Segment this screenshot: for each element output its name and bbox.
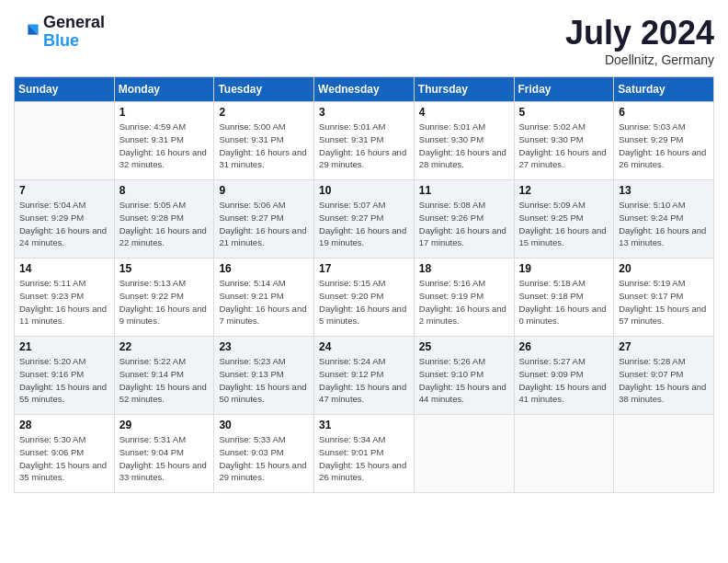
day-info: Sunrise: 5:28 AM Sunset: 9:07 PM Dayligh… — [619, 355, 709, 406]
day-info: Sunrise: 5:09 AM Sunset: 9:25 PM Dayligh… — [519, 199, 609, 249]
calendar-header-row: SundayMondayTuesdayWednesdayThursdayFrid… — [15, 77, 714, 102]
day-number: 9 — [219, 184, 309, 197]
weekday-header: Saturday — [614, 77, 714, 102]
day-info: Sunrise: 4:59 AM Sunset: 9:31 PM Dayligh… — [119, 121, 210, 171]
day-number: 13 — [619, 184, 709, 197]
day-info: Sunrise: 5:26 AM Sunset: 9:10 PM Dayligh… — [419, 355, 509, 406]
weekday-header: Thursday — [414, 77, 514, 102]
day-info: Sunrise: 5:34 AM Sunset: 9:01 PM Dayligh… — [319, 433, 409, 484]
calendar-cell: 28Sunrise: 5:30 AM Sunset: 9:06 PM Dayli… — [15, 415, 115, 493]
day-info: Sunrise: 5:15 AM Sunset: 9:20 PM Dayligh… — [319, 277, 409, 327]
calendar-cell: 17Sunrise: 5:15 AM Sunset: 9:20 PM Dayli… — [314, 259, 415, 337]
day-number: 4 — [419, 106, 509, 119]
day-number: 19 — [519, 262, 609, 275]
day-number: 23 — [219, 340, 309, 353]
day-info: Sunrise: 5:20 AM Sunset: 9:16 PM Dayligh… — [19, 355, 109, 406]
day-info: Sunrise: 5:02 AM Sunset: 9:30 PM Dayligh… — [519, 121, 609, 171]
calendar-cell: 7Sunrise: 5:04 AM Sunset: 9:29 PM Daylig… — [15, 180, 115, 259]
logo: General Blue — [14, 14, 105, 51]
day-number: 8 — [119, 184, 210, 197]
day-info: Sunrise: 5:07 AM Sunset: 9:27 PM Dayligh… — [319, 199, 409, 249]
calendar-cell: 11Sunrise: 5:08 AM Sunset: 9:26 PM Dayli… — [414, 180, 514, 259]
calendar-week-row: 21Sunrise: 5:20 AM Sunset: 9:16 PM Dayli… — [15, 337, 714, 415]
day-number: 31 — [319, 419, 409, 431]
calendar-cell: 14Sunrise: 5:11 AM Sunset: 9:23 PM Dayli… — [15, 259, 115, 337]
page-header: General Blue July 2024 Doellnitz, German… — [14, 14, 714, 67]
calendar-cell: 21Sunrise: 5:20 AM Sunset: 9:16 PM Dayli… — [15, 337, 115, 415]
day-info: Sunrise: 5:08 AM Sunset: 9:26 PM Dayligh… — [419, 199, 509, 249]
day-number: 26 — [519, 340, 609, 353]
weekday-header: Monday — [114, 77, 214, 102]
day-info: Sunrise: 5:30 AM Sunset: 9:06 PM Dayligh… — [19, 433, 109, 484]
day-info: Sunrise: 5:31 AM Sunset: 9:04 PM Dayligh… — [119, 433, 210, 484]
calendar-cell: 9Sunrise: 5:06 AM Sunset: 9:27 PM Daylig… — [214, 180, 314, 259]
day-info: Sunrise: 5:23 AM Sunset: 9:13 PM Dayligh… — [219, 355, 309, 406]
calendar-cell: 24Sunrise: 5:24 AM Sunset: 9:12 PM Dayli… — [314, 337, 415, 415]
logo-line1: General — [43, 14, 105, 32]
location-subtitle: Doellnitz, Germany — [565, 52, 714, 67]
calendar-cell: 25Sunrise: 5:26 AM Sunset: 9:10 PM Dayli… — [414, 337, 514, 415]
calendar-cell: 12Sunrise: 5:09 AM Sunset: 9:25 PM Dayli… — [514, 180, 614, 259]
day-number: 24 — [319, 340, 409, 353]
calendar-cell: 30Sunrise: 5:33 AM Sunset: 9:03 PM Dayli… — [214, 415, 314, 493]
calendar-cell — [414, 415, 514, 493]
day-number: 29 — [119, 419, 210, 431]
day-number: 10 — [319, 184, 409, 197]
calendar-cell: 23Sunrise: 5:23 AM Sunset: 9:13 PM Dayli… — [214, 337, 314, 415]
calendar-table: SundayMondayTuesdayWednesdayThursdayFrid… — [14, 76, 714, 493]
calendar-cell: 6Sunrise: 5:03 AM Sunset: 9:29 PM Daylig… — [614, 102, 714, 180]
calendar-cell: 5Sunrise: 5:02 AM Sunset: 9:30 PM Daylig… — [514, 102, 614, 180]
day-info: Sunrise: 5:19 AM Sunset: 9:17 PM Dayligh… — [619, 277, 709, 327]
day-number: 20 — [619, 262, 709, 275]
logo-icon — [14, 19, 40, 45]
day-number: 18 — [419, 262, 509, 275]
day-info: Sunrise: 5:16 AM Sunset: 9:19 PM Dayligh… — [419, 277, 509, 327]
day-number: 16 — [219, 262, 309, 275]
day-number: 30 — [219, 419, 309, 431]
day-info: Sunrise: 5:01 AM Sunset: 9:31 PM Dayligh… — [319, 121, 409, 171]
day-info: Sunrise: 5:03 AM Sunset: 9:29 PM Dayligh… — [619, 121, 709, 171]
weekday-header: Friday — [514, 77, 614, 102]
day-info: Sunrise: 5:01 AM Sunset: 9:30 PM Dayligh… — [419, 121, 509, 171]
day-info: Sunrise: 5:14 AM Sunset: 9:21 PM Dayligh… — [219, 277, 309, 327]
day-number: 12 — [519, 184, 609, 197]
logo-line2: Blue — [43, 32, 105, 51]
calendar-cell: 31Sunrise: 5:34 AM Sunset: 9:01 PM Dayli… — [314, 415, 415, 493]
calendar-week-row: 1Sunrise: 4:59 AM Sunset: 9:31 PM Daylig… — [15, 102, 714, 180]
day-info: Sunrise: 5:05 AM Sunset: 9:28 PM Dayligh… — [119, 199, 210, 249]
day-info: Sunrise: 5:33 AM Sunset: 9:03 PM Dayligh… — [219, 433, 309, 484]
calendar-cell: 20Sunrise: 5:19 AM Sunset: 9:17 PM Dayli… — [614, 259, 714, 337]
weekday-header: Sunday — [15, 77, 115, 102]
calendar-week-row: 7Sunrise: 5:04 AM Sunset: 9:29 PM Daylig… — [15, 180, 714, 259]
calendar-cell: 26Sunrise: 5:27 AM Sunset: 9:09 PM Dayli… — [514, 337, 614, 415]
calendar-cell: 13Sunrise: 5:10 AM Sunset: 9:24 PM Dayli… — [614, 180, 714, 259]
calendar-cell: 2Sunrise: 5:00 AM Sunset: 9:31 PM Daylig… — [214, 102, 314, 180]
day-number: 3 — [319, 106, 409, 119]
day-info: Sunrise: 5:13 AM Sunset: 9:22 PM Dayligh… — [119, 277, 210, 327]
day-info: Sunrise: 5:00 AM Sunset: 9:31 PM Dayligh… — [219, 121, 309, 171]
weekday-header: Tuesday — [214, 77, 314, 102]
calendar-cell: 10Sunrise: 5:07 AM Sunset: 9:27 PM Dayli… — [314, 180, 415, 259]
day-number: 22 — [119, 340, 210, 353]
day-info: Sunrise: 5:06 AM Sunset: 9:27 PM Dayligh… — [219, 199, 309, 249]
calendar-cell — [514, 415, 614, 493]
day-number: 21 — [19, 340, 109, 353]
day-number: 28 — [19, 419, 109, 431]
day-info: Sunrise: 5:10 AM Sunset: 9:24 PM Dayligh… — [619, 199, 709, 249]
calendar-week-row: 28Sunrise: 5:30 AM Sunset: 9:06 PM Dayli… — [15, 415, 714, 493]
day-info: Sunrise: 5:27 AM Sunset: 9:09 PM Dayligh… — [519, 355, 609, 406]
month-title: July 2024 — [565, 14, 714, 52]
day-number: 6 — [619, 106, 709, 119]
day-info: Sunrise: 5:22 AM Sunset: 9:14 PM Dayligh… — [119, 355, 210, 406]
calendar-cell: 22Sunrise: 5:22 AM Sunset: 9:14 PM Dayli… — [114, 337, 214, 415]
title-area: July 2024 Doellnitz, Germany — [565, 14, 714, 67]
day-number: 25 — [419, 340, 509, 353]
day-info: Sunrise: 5:24 AM Sunset: 9:12 PM Dayligh… — [319, 355, 409, 406]
day-info: Sunrise: 5:11 AM Sunset: 9:23 PM Dayligh… — [19, 277, 109, 327]
weekday-header: Wednesday — [314, 77, 415, 102]
day-number: 11 — [419, 184, 509, 197]
calendar-cell: 8Sunrise: 5:05 AM Sunset: 9:28 PM Daylig… — [114, 180, 214, 259]
day-number: 2 — [219, 106, 309, 119]
day-number: 27 — [619, 340, 709, 353]
calendar-cell: 19Sunrise: 5:18 AM Sunset: 9:18 PM Dayli… — [514, 259, 614, 337]
